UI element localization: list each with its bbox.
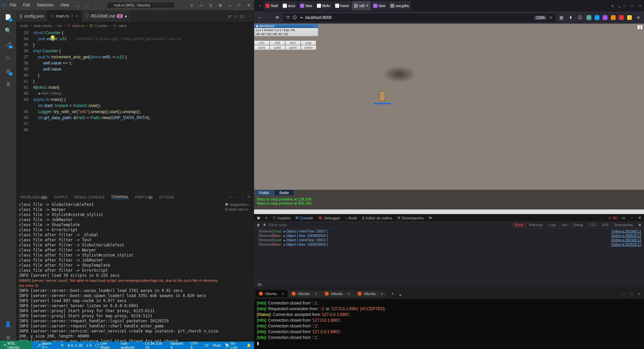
dt-close-icon[interactable]: ✕ (638, 216, 641, 220)
game-viewport[interactable]: 1 ◉ danielhe4rt— Lv.1 / Novice / Lv.1 / … (254, 24, 644, 214)
close-icon[interactable]: ✕ (246, 2, 251, 8)
panel-ports[interactable]: PORTS5 (135, 195, 153, 199)
chat-input[interactable] (254, 209, 644, 214)
player-sprite[interactable] (379, 91, 385, 101)
browser-tab[interactable]: MrAn (315, 1, 332, 10)
wt-dropdown-icon[interactable]: ⌄ (398, 291, 402, 297)
ext-icon[interactable] (587, 15, 591, 20)
tabs-dropdown-icon[interactable]: ⌄ (616, 3, 623, 9)
panel-terminal[interactable]: TERMINAL (111, 195, 129, 199)
split-icon[interactable]: ▯▯ (240, 14, 245, 19)
filter-css[interactable]: CSS (586, 222, 599, 227)
console-input-indicator[interactable]: ≫ (254, 280, 644, 288)
ext-icon[interactable] (619, 15, 624, 20)
picker-icon[interactable]: ⊹ (265, 216, 268, 220)
panel-gitlens[interactable]: GITLENS (159, 195, 174, 199)
tab-main-rs[interactable]: ® main.rs 2 ✕ (47, 10, 81, 22)
responsive-icon[interactable]: ▭ (622, 216, 625, 220)
url-bar[interactable]: 🛡 ⓘ ⊸ localhost:8000 110% ☆ (283, 14, 555, 22)
notifications-icon[interactable]: 🔔 (247, 341, 251, 349)
maximize-icon[interactable]: ☐ (631, 4, 634, 8)
panel-problems[interactable]: PROBLEMS32 (20, 195, 48, 199)
command-center[interactable] (107, 2, 174, 8)
game-menu-info[interactable]: info (254, 41, 270, 45)
close-panel-icon[interactable]: ✕ (247, 195, 250, 199)
dock-icon[interactable]: ▣ (257, 216, 260, 220)
more-icon[interactable]: ⋯ (247, 14, 251, 19)
ext-icon[interactable] (603, 15, 608, 20)
cursor-position[interactable]: Ln 34, Col 19 (145, 341, 166, 349)
search-input[interactable] (107, 2, 174, 8)
dt-more-icon[interactable]: ⋯ (630, 216, 634, 220)
tab-readme[interactable]: ⓘ README.md M ● (81, 10, 131, 22)
filter-warnings[interactable]: Warnings (526, 222, 546, 227)
maximize-icon[interactable]: ☐ (237, 2, 242, 8)
game-menu-guild[interactable]: guild (270, 45, 285, 50)
terminal-item[interactable]: ⬢ target/debu... (225, 202, 253, 207)
console-output[interactable]: [Network] Send: ▸ Object { clientTime: 1… (254, 229, 644, 280)
downloads-icon[interactable]: ⬇ (568, 15, 574, 20)
error-count[interactable]: ⚠ 45 (608, 216, 617, 220)
chat-tab-public[interactable]: Public (254, 190, 274, 196)
game-menu-map[interactable]: map (301, 41, 316, 45)
game-menu-skill[interactable]: skill (270, 41, 285, 45)
game-menu-item[interactable]: item (285, 41, 301, 45)
game-menu-quest[interactable]: quest (285, 45, 301, 50)
panel-output[interactable]: OUTPUT (54, 195, 68, 199)
new-tab-icon[interactable]: ＋ (609, 2, 616, 9)
nav-forward[interactable]: → (92, 3, 99, 7)
sync-indicator[interactable]: ↻ (61, 343, 64, 348)
wt-tab[interactable]: Ubuntu✕ (354, 290, 386, 297)
menu-edit[interactable]: Edit (20, 1, 33, 9)
debug-icon[interactable]: ▷ (4, 53, 12, 61)
errors-indicator[interactable]: ⊘ 0 ⚠ 32 (67, 343, 83, 348)
minimize-icon[interactable]: — (227, 2, 232, 8)
tab-scroll-left[interactable]: ‹ (257, 3, 264, 9)
ext-icon[interactable] (627, 15, 632, 20)
spaces[interactable]: Spaces: 4 (170, 341, 186, 349)
browser-tab[interactable]: New (371, 1, 388, 10)
new-terminal-icon[interactable]: ＋ (228, 195, 232, 199)
layout-bottom-icon[interactable]: ▭ (199, 2, 204, 8)
dt-inspector[interactable]: ☐ Inspetor (273, 216, 291, 220)
breadcrumb[interactable]: tools› map-cache› src› ® main.rs› ⊡ Coun… (16, 22, 254, 29)
terminal-output[interactable]: [Info]: Connection closed from '::1'.[In… (254, 299, 644, 349)
game-menu-option[interactable]: option (301, 45, 316, 50)
scm-icon[interactable]: ⎇3 (4, 40, 12, 48)
menu-more[interactable]: … (73, 1, 82, 9)
language[interactable]: Rust (213, 341, 221, 349)
chat-tab-battle[interactable]: Battle (274, 190, 294, 196)
terminal-item[interactable]: $ bash rust-ro (225, 207, 253, 211)
golive[interactable]: 📡 Go Live (225, 341, 243, 349)
wt-tab[interactable]: Ubuntu✕ (288, 290, 320, 297)
liveshare[interactable]: ◯ Live Share (95, 341, 117, 349)
dt-network[interactable]: ↕ Rede (345, 216, 357, 220)
eol[interactable]: LF (205, 341, 209, 349)
info-icon[interactable]: ⓘ (577, 15, 583, 21)
analyzer[interactable]: rust-analyzer (121, 341, 142, 349)
browser-tab[interactable]: roB✕ (352, 1, 371, 10)
forward-icon[interactable]: → (266, 15, 272, 20)
game-menu-party[interactable]: party (254, 45, 270, 50)
remote-indicator[interactable]: ⪤ WSL: Ubuntu (0, 341, 32, 349)
reload-icon[interactable]: ⟳ (274, 15, 280, 20)
close-icon[interactable]: ✕ (75, 14, 78, 18)
reader-icon[interactable]: ▤ (558, 15, 564, 20)
browser-tab[interactable]: New (298, 1, 314, 10)
ext-icon[interactable] (595, 15, 599, 20)
branch-indicator[interactable]: ⎇ patch-1*+ (36, 341, 57, 349)
panel-debug-console[interactable]: DEBUG CONSOLE (74, 195, 105, 199)
changes-indicator[interactable]: ⎆ 5 (86, 343, 92, 347)
compare-icon[interactable]: ⇄ (228, 14, 231, 19)
browser-tab[interactable]: Notif (264, 1, 280, 10)
menu-view[interactable]: View (57, 1, 72, 9)
char-status-window[interactable]: ◉ danielhe4rt— Lv.1 / Novice / Lv.1 / Ex… (254, 24, 318, 36)
minimize-icon[interactable]: — (623, 4, 626, 8)
minimize-icon[interactable]: — (622, 292, 625, 296)
more-tabs-icon[interactable]: ≫ (428, 216, 432, 220)
search-icon[interactable]: 🔍 (4, 26, 12, 34)
filter-logs[interactable]: Logs (546, 222, 559, 227)
menu-file[interactable]: File (7, 1, 19, 9)
account-icon[interactable]: 👤 (4, 320, 12, 328)
settings-icon[interactable]: ⚙ (638, 223, 641, 227)
